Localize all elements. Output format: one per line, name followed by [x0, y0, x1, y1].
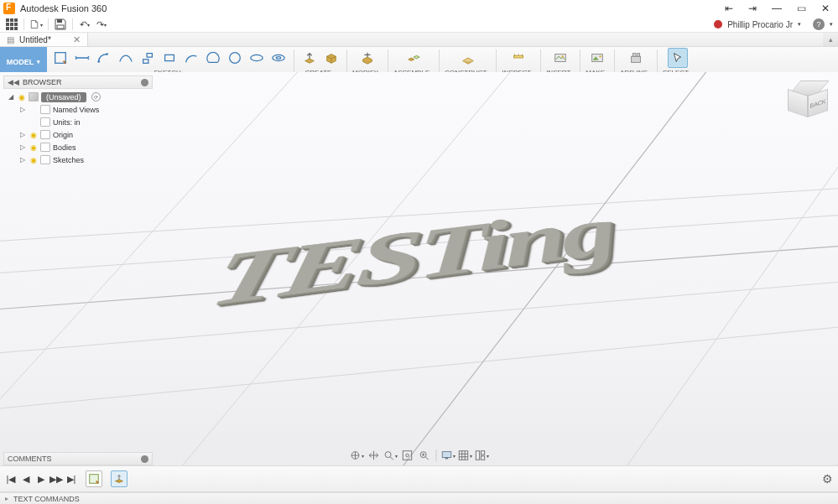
circle-tool-button[interactable] — [138, 48, 158, 68]
undo-button[interactable]: ↶▾ — [78, 18, 91, 31]
user-name[interactable]: Phillip Procario Jr — [727, 20, 793, 29]
svg-rect-24 — [592, 54, 603, 61]
maximize-button[interactable]: ▭ — [797, 3, 806, 14]
addins-button[interactable] — [626, 48, 646, 68]
browser-root-node[interactable]: ◢ ◉ (Unsaved) ⟳ — [3, 91, 153, 103]
dock-right-icon[interactable]: ⇥ — [748, 3, 757, 14]
svg-point-13 — [106, 53, 108, 55]
extrude-button[interactable] — [299, 48, 320, 68]
dock-left-icon[interactable]: ⇤ — [725, 3, 733, 14]
minimize-button[interactable]: — — [772, 3, 782, 14]
browser-item-sketches[interactable]: ▷ ◉ Sketches — [3, 153, 153, 166]
press-pull-button[interactable] — [357, 48, 377, 68]
construct-button[interactable] — [458, 48, 478, 68]
timeline-start-button[interactable]: |◀ — [5, 473, 17, 485]
timeline-play-button[interactable]: ▶▶ — [50, 473, 62, 485]
polygon-tool-button[interactable] — [203, 48, 223, 68]
timeline-next-button[interactable]: ▶ — [35, 473, 47, 485]
pan-button[interactable] — [366, 449, 381, 462]
timeline-settings-button[interactable]: ⚙ — [822, 472, 833, 486]
document-tab-strip: ▤ Untitled* ✕ ▴ — [0, 32, 838, 47]
svg-point-20 — [276, 56, 280, 59]
svg-rect-5 — [14, 23, 18, 26]
rect2-tool-button[interactable] — [159, 48, 180, 68]
svg-rect-28 — [638, 53, 640, 56]
svg-line-33 — [0, 303, 838, 433]
orbit-button[interactable]: ▾ — [349, 449, 364, 462]
help-button[interactable]: ? — [813, 18, 825, 30]
box-button[interactable] — [321, 48, 341, 68]
tab-close-button[interactable]: ✕ — [73, 34, 81, 45]
svg-point-23 — [562, 55, 564, 57]
comments-panel-header[interactable]: COMMENTS — [3, 452, 153, 465]
inspect-button[interactable] — [508, 48, 528, 68]
bulb-icon[interactable]: ◉ — [18, 93, 26, 101]
create-sketch-button[interactable] — [50, 48, 70, 68]
bulb-icon[interactable]: ◉ — [29, 131, 38, 139]
display-settings-button[interactable]: ▾ — [440, 449, 455, 462]
svg-point-12 — [97, 60, 100, 63]
save-button[interactable] — [54, 18, 67, 31]
twisty-icon[interactable]: ▷ — [18, 143, 27, 151]
look-at-button[interactable] — [416, 449, 431, 462]
fit-button[interactable] — [399, 449, 414, 462]
svg-rect-26 — [632, 56, 641, 62]
status-bar: ▸ TEXT COMMANDS — [0, 492, 838, 504]
rectangle-tool-button[interactable] — [94, 48, 114, 68]
browser-header[interactable]: ◀◀ BROWSER — [3, 75, 153, 89]
collapse-ribbon-button[interactable]: ▴ — [823, 33, 838, 46]
data-panel-button[interactable] — [5, 18, 18, 31]
document-tab[interactable]: ▤ Untitled* ✕ — [0, 33, 88, 46]
status-label: TEXT COMMANDS — [13, 495, 80, 503]
insert-button[interactable] — [550, 48, 570, 68]
twisty-icon[interactable]: ▷ — [18, 106, 27, 113]
torus-button[interactable] — [268, 48, 289, 68]
browser-pin-icon[interactable]: ◀◀ — [8, 78, 19, 86]
file-menu-button[interactable]: ▾ — [29, 18, 43, 31]
twisty-icon[interactable]: ▷ — [18, 131, 27, 138]
make-button[interactable] — [587, 48, 607, 68]
svg-rect-15 — [147, 53, 152, 57]
folder-icon — [40, 130, 50, 139]
timeline-end-button[interactable]: ▶| — [65, 473, 77, 485]
redo-button[interactable]: ↷▾ — [95, 18, 108, 31]
assemble-button[interactable] — [403, 48, 424, 68]
twisty-icon[interactable]: ◢ — [7, 93, 15, 101]
line-tool-button[interactable] — [72, 48, 92, 68]
svg-rect-46 — [459, 451, 468, 460]
tab-label: Untitled* — [19, 35, 51, 44]
item-label: Named Views — [53, 106, 99, 114]
svg-rect-7 — [10, 27, 13, 30]
bulb-icon[interactable]: ◉ — [29, 143, 38, 152]
viewport-layout-button[interactable]: ▾ — [474, 449, 489, 462]
browser-item-bodies[interactable]: ▷ ◉ Bodies — [3, 141, 153, 153]
bulb-icon[interactable]: ◉ — [29, 156, 38, 164]
status-expand-icon[interactable]: ▸ — [5, 495, 8, 502]
refresh-icon[interactable]: ⟳ — [91, 92, 101, 101]
svg-rect-6 — [6, 27, 9, 30]
svg-point-42 — [405, 454, 409, 457]
timeline-feature-sketch[interactable] — [86, 470, 102, 487]
timeline-prev-button[interactable]: ◀ — [20, 473, 32, 485]
browser-item-origin[interactable]: ▷ ◉ Origin — [3, 128, 153, 141]
browser-item-named-views[interactable]: ▷ Named Views — [3, 103, 153, 116]
view-cube[interactable]: BACK — [789, 81, 826, 117]
job-status-icon[interactable] — [714, 20, 722, 29]
arc-tool-button[interactable] — [181, 48, 201, 68]
close-button[interactable]: ✕ — [821, 3, 830, 14]
timeline-feature-extrude[interactable] — [111, 470, 128, 487]
twisty-icon[interactable]: ▷ — [18, 156, 27, 164]
browser-item-units[interactable]: Units: in — [3, 116, 153, 128]
svg-rect-27 — [632, 53, 636, 56]
item-label: Bodies — [53, 143, 76, 152]
zoom-button[interactable]: ▾ — [383, 449, 398, 462]
svg-rect-14 — [143, 59, 148, 63]
ellipse-button[interactable] — [247, 48, 267, 68]
grid-settings-button[interactable]: ▾ — [457, 449, 472, 462]
comments-options-button[interactable] — [141, 455, 148, 463]
spline-tool-button[interactable] — [116, 48, 136, 68]
browser-options-button[interactable] — [141, 79, 148, 86]
circle2-button[interactable] — [225, 48, 245, 68]
select-button[interactable] — [668, 48, 688, 68]
svg-rect-47 — [476, 451, 479, 460]
